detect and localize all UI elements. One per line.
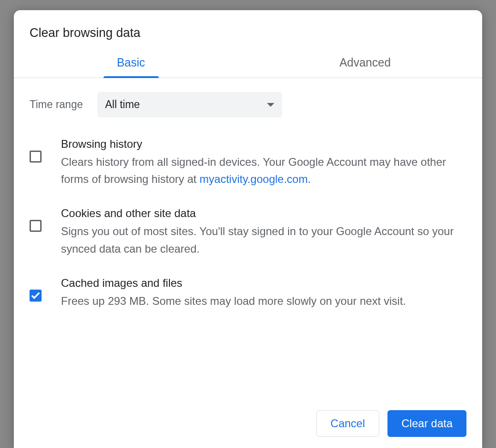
time-range-dropdown[interactable]: All time [97,92,282,117]
option-cookies: Cookies and other site data Signs you ou… [30,207,466,257]
time-range-label: Time range [30,98,83,111]
tab-bar: Basic Advanced [14,53,482,78]
cached-checkbox[interactable] [30,290,42,302]
option-description: Signs you out of most sites. You'll stay… [61,223,466,257]
desc-text: Signs you out of most sites. You'll stay… [61,225,454,254]
clear-browsing-data-dialog: Clear browsing data Basic Advanced Time … [14,10,482,448]
option-title: Browsing history [61,138,466,151]
option-cached: Cached images and files Frees up 293 MB.… [30,277,466,309]
option-browsing-history: Browsing history Clears history from all… [30,138,466,188]
option-text: Cached images and files Frees up 293 MB.… [61,277,466,309]
time-range-row: Time range All time [30,92,466,117]
checkmark-icon [31,292,40,299]
option-title: Cached images and files [61,277,466,290]
option-description: Frees up 293 MB. Some sites may load mor… [61,292,466,309]
browsing-history-checkbox[interactable] [30,151,42,163]
option-description: Clears history from all signed-in device… [61,153,466,188]
tab-basic[interactable]: Basic [14,53,248,78]
dialog-content: Time range All time Browsing history Cle… [14,78,482,410]
option-text: Browsing history Clears history from all… [61,138,466,188]
caret-down-icon [266,103,275,107]
cancel-button[interactable]: Cancel [316,410,380,437]
desc-text: Frees up 293 MB. Some sites may load mor… [61,295,406,307]
option-text: Cookies and other site data Signs you ou… [61,207,466,257]
desc-text-after: . [308,173,311,185]
time-range-value: All time [105,98,139,111]
option-title: Cookies and other site data [61,207,466,220]
dialog-footer: Cancel Clear data [14,410,482,448]
dialog-title: Clear browsing data [14,10,482,53]
tab-advanced[interactable]: Advanced [248,53,482,78]
myactivity-link[interactable]: myactivity.google.com [200,173,308,185]
clear-data-button[interactable]: Clear data [387,410,466,437]
cookies-checkbox[interactable] [30,220,42,232]
